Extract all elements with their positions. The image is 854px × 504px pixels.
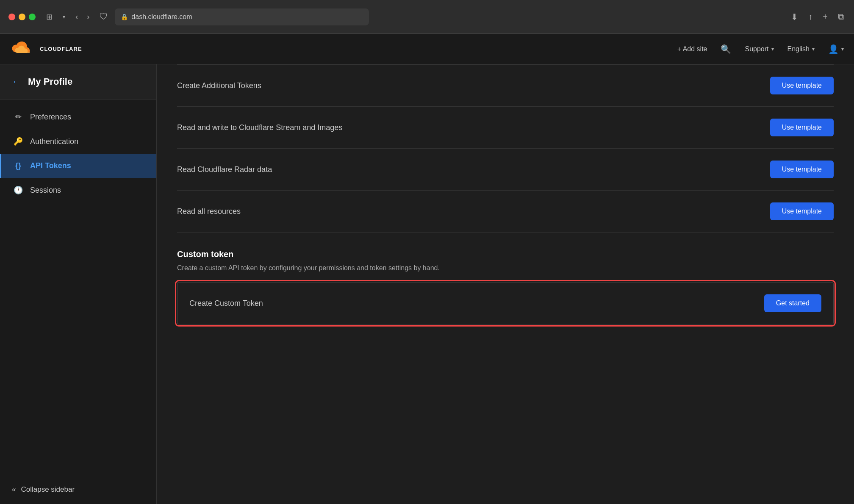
sessions-icon: 🕐 [13, 186, 23, 195]
sidebar-nav: ✏ Preferences 🔑 Authentication {} API To… [0, 100, 156, 475]
user-icon: 👤 [828, 44, 839, 54]
add-site-label: + Add site [677, 45, 707, 53]
table-row: Read and write to Cloudflare Stream and … [177, 107, 834, 149]
use-template-create-additional-button[interactable]: Use template [770, 77, 834, 94]
content-area: ← My Profile ✏ Preferences 🔑 Authenticat… [0, 64, 854, 504]
sidebar-footer: « Collapse sidebar [0, 475, 156, 504]
tabs-icon[interactable]: ⧉ [836, 10, 846, 23]
user-account-button[interactable]: 👤 ▾ [828, 44, 844, 54]
logo-area: CLOUDFLARE [10, 41, 82, 58]
custom-token-section: Custom token Create a custom API token b… [177, 249, 834, 324]
back-button[interactable]: ← [12, 76, 21, 87]
address-bar[interactable]: 🔒 dash.cloudflare.com [115, 8, 369, 25]
table-row: Read Cloudflare Radar data Use template [177, 149, 834, 191]
use-template-stream-images-button[interactable]: Use template [770, 119, 834, 136]
table-row: Create Additional Tokens Use template [177, 64, 834, 107]
logo-text: CLOUDFLARE [40, 46, 82, 52]
back-nav-button[interactable]: ‹ [72, 10, 82, 23]
authentication-icon: 🔑 [13, 137, 23, 146]
sidebar-item-sessions-label: Sessions [30, 186, 61, 195]
url-text: dash.cloudflare.com [131, 13, 192, 21]
collapse-label: Collapse sidebar [21, 485, 75, 494]
language-label: English [787, 45, 810, 53]
sidebar-item-sessions[interactable]: 🕐 Sessions [0, 178, 156, 202]
lock-icon: 🔒 [121, 14, 128, 20]
api-tokens-icon: {} [13, 161, 23, 170]
sidebar: ← My Profile ✏ Preferences 🔑 Authenticat… [0, 64, 157, 504]
preferences-icon: ✏ [13, 112, 23, 122]
use-template-radar-data-button[interactable]: Use template [770, 161, 834, 178]
forward-nav-button[interactable]: › [83, 10, 93, 23]
sidebar-item-preferences-label: Preferences [30, 113, 71, 122]
custom-token-description: Create a custom API token by configuring… [177, 264, 834, 272]
sidebar-item-preferences[interactable]: ✏ Preferences [0, 105, 156, 129]
add-site-button[interactable]: + Add site [677, 45, 707, 53]
support-label: Support [745, 45, 768, 53]
browser-chrome: ⊞ ▾ ‹ › 🛡 🔒 dash.cloudflare.com ⬇ ↑ + ⧉ [0, 0, 854, 34]
language-chevron-icon: ▾ [812, 46, 815, 52]
minimize-button[interactable] [19, 14, 25, 20]
use-template-all-resources-button[interactable]: Use template [770, 202, 834, 220]
app-layout: CLOUDFLARE + Add site 🔍 Support ▾ Englis… [0, 34, 854, 504]
user-chevron-icon: ▾ [841, 46, 844, 52]
sidebar-chevron-icon: ▾ [63, 14, 65, 20]
shield-icon: 🛡 [100, 12, 108, 22]
support-button[interactable]: Support ▾ [745, 45, 774, 53]
new-tab-icon[interactable]: + [821, 10, 829, 23]
template-name-stream-images: Read and write to Cloudflare Stream and … [177, 123, 342, 132]
create-custom-token-label: Create Custom Token [189, 299, 263, 308]
support-chevron-icon: ▾ [771, 46, 774, 52]
sidebar-item-authentication[interactable]: 🔑 Authentication [0, 129, 156, 154]
traffic-lights [8, 14, 36, 20]
template-name-all-resources: Read all resources [177, 207, 241, 216]
cloudflare-logo [10, 41, 36, 58]
template-name-create-additional: Create Additional Tokens [177, 81, 261, 90]
maximize-button[interactable] [29, 14, 36, 20]
sidebar-title: My Profile [28, 76, 72, 87]
share-icon[interactable]: ↑ [807, 10, 814, 23]
sidebar-item-api-tokens[interactable]: {} API Tokens [0, 154, 156, 178]
translate-icon[interactable]: ⬇ [789, 10, 800, 24]
content-inner: Create Additional Tokens Use template Re… [157, 64, 854, 345]
collapse-icon: « [12, 485, 16, 494]
sidebar-header: ← My Profile [0, 64, 156, 100]
top-nav: CLOUDFLARE + Add site 🔍 Support ▾ Englis… [0, 34, 854, 64]
collapse-sidebar-button[interactable]: « Collapse sidebar [12, 485, 75, 494]
close-button[interactable] [8, 14, 15, 20]
template-name-radar-data: Read Cloudflare Radar data [177, 165, 272, 174]
browser-actions: ⬇ ↑ + ⧉ [789, 10, 846, 24]
table-row: Read all resources Use template [177, 191, 834, 233]
custom-token-title: Custom token [177, 249, 834, 259]
main-content: Create Additional Tokens Use template Re… [157, 64, 854, 504]
nav-arrows: ‹ › [72, 10, 93, 23]
top-nav-actions: + Add site 🔍 Support ▾ English ▾ 👤 ▾ [677, 44, 844, 54]
search-button[interactable]: 🔍 [721, 44, 731, 54]
sidebar-item-api-tokens-label: API Tokens [30, 161, 71, 170]
browser-sidebar-toggle[interactable]: ⊞ [42, 10, 56, 24]
create-custom-token-row: Create Custom Token Get started [177, 282, 834, 324]
sidebar-item-authentication-label: Authentication [30, 137, 78, 146]
language-button[interactable]: English ▾ [787, 45, 815, 53]
get-started-button[interactable]: Get started [764, 294, 821, 312]
